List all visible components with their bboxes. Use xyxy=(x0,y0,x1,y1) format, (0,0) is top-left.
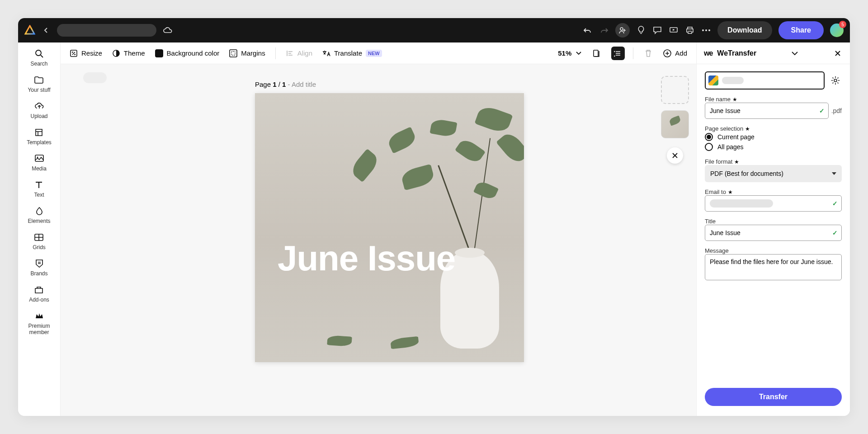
document-toolbar: Resize Theme Background color Margins Al… xyxy=(61,42,696,64)
artwork-leaf xyxy=(474,104,513,135)
chevron-down-icon xyxy=(576,52,581,55)
rail-label: Add-ons xyxy=(29,297,49,303)
page-selection-label: Page selection★ xyxy=(705,125,842,132)
grids-icon xyxy=(34,232,44,242)
user-avatar[interactable] xyxy=(830,24,844,37)
page-thumbnails xyxy=(661,76,689,164)
undo-icon[interactable] xyxy=(583,25,593,35)
close-panel-icon[interactable] xyxy=(833,48,843,58)
rail-premium[interactable]: Premium member xyxy=(18,311,60,336)
canvas-tag-chip[interactable] xyxy=(83,72,107,83)
svg-point-2 xyxy=(702,29,704,31)
translate-icon xyxy=(322,49,330,57)
artwork-leaf xyxy=(496,130,524,165)
download-label: Download xyxy=(727,26,762,34)
artwork-leaf xyxy=(400,164,435,191)
app-frame: Download Share Search Your stuff Upload … xyxy=(18,18,850,416)
rail-elements[interactable]: Elements xyxy=(28,206,50,224)
zoom-control[interactable]: 51% xyxy=(558,49,581,57)
main-area: Search Your stuff Upload Templates Media… xyxy=(18,42,850,416)
plus-circle-icon xyxy=(663,49,671,57)
app-logo[interactable] xyxy=(24,25,35,36)
file-format-select[interactable]: PDF (Best for documents) xyxy=(705,165,842,182)
upload-icon xyxy=(34,101,44,111)
rail-templates[interactable]: Templates xyxy=(27,127,52,146)
media-icon xyxy=(34,154,44,164)
print-icon[interactable] xyxy=(685,25,695,35)
rail-text[interactable]: Text xyxy=(34,180,44,198)
email-to-input[interactable]: ✓ xyxy=(705,195,842,212)
top-bar: Download Share xyxy=(18,18,850,42)
canvas-area[interactable]: Page 1 / 1 - Add title June xyxy=(61,64,696,416)
tb-label: Add xyxy=(675,49,687,57)
share-button[interactable]: Share xyxy=(778,21,824,39)
rail-your-stuff[interactable]: Your stuff xyxy=(28,75,50,93)
rail-upload[interactable]: Upload xyxy=(30,101,47,119)
add-title-hint[interactable]: - Add title xyxy=(286,80,316,88)
layers-toggle[interactable] xyxy=(611,47,625,60)
lightbulb-icon[interactable] xyxy=(636,25,646,35)
file-name-label: File name★ xyxy=(705,96,842,103)
margins-tool[interactable]: Margins xyxy=(229,49,265,57)
pages-view-icon[interactable] xyxy=(590,47,603,60)
rail-brands[interactable]: Brands xyxy=(30,259,47,277)
translate-tool[interactable]: TranslateNEW xyxy=(322,49,382,57)
rail-label: Media xyxy=(32,165,47,172)
rail-grids[interactable]: Grids xyxy=(33,232,46,250)
margins-icon xyxy=(229,49,237,57)
artwork-title-text[interactable]: June Issue xyxy=(278,238,455,279)
align-icon xyxy=(286,49,294,57)
check-icon: ✓ xyxy=(832,229,838,236)
svg-rect-11 xyxy=(230,50,237,57)
present-icon[interactable] xyxy=(669,25,679,35)
page-canvas[interactable]: June Issue xyxy=(255,93,524,362)
rail-label: Search xyxy=(30,61,47,67)
rail-label: Elements xyxy=(28,218,50,224)
invite-user-icon[interactable] xyxy=(615,23,630,38)
more-icon[interactable] xyxy=(701,25,711,35)
panel-footer: Transfer xyxy=(697,382,850,416)
cloud-sync-icon[interactable] xyxy=(163,25,173,35)
page-indicator[interactable]: Page 1 / 1 - Add title xyxy=(255,80,316,88)
delete-page-icon[interactable] xyxy=(642,47,655,60)
header-right-group: Download Share xyxy=(583,21,844,39)
close-thumbs-button[interactable] xyxy=(667,147,683,164)
file-name-input[interactable]: ✓ xyxy=(705,103,829,119)
add-page-button[interactable]: Add xyxy=(663,49,687,57)
rail-media[interactable]: Media xyxy=(32,154,47,172)
svg-rect-13 xyxy=(594,50,598,57)
account-logo xyxy=(708,75,718,85)
rail-addons[interactable]: Add-ons xyxy=(29,285,49,303)
page-thumb-1[interactable] xyxy=(661,110,689,138)
redo-icon[interactable] xyxy=(599,25,609,35)
comment-icon[interactable] xyxy=(652,25,662,35)
resize-tool[interactable]: Resize xyxy=(70,49,102,57)
collapse-panel-icon[interactable] xyxy=(790,49,800,57)
wetransfer-logo: we xyxy=(704,49,712,57)
header-search-input[interactable] xyxy=(57,24,156,37)
toolbar-divider xyxy=(633,47,633,59)
transfer-button[interactable]: Transfer xyxy=(705,388,842,406)
radio-current-page[interactable]: Current page xyxy=(705,132,842,142)
panel-title: WeTransfer xyxy=(717,49,756,57)
download-button[interactable]: Download xyxy=(717,21,772,39)
rail-label: Templates xyxy=(27,139,52,146)
message-input[interactable] xyxy=(705,254,842,280)
account-selector[interactable] xyxy=(705,71,825,90)
rail-label: Your stuff xyxy=(28,87,50,93)
rail-search[interactable]: Search xyxy=(30,49,47,67)
panel-header: we WeTransfer xyxy=(697,42,850,64)
bgcolor-tool[interactable]: Background color xyxy=(155,49,220,57)
check-icon: ✓ xyxy=(832,200,838,207)
tb-label: Margins xyxy=(241,49,265,57)
settings-gear-icon[interactable] xyxy=(829,74,842,87)
resize-icon xyxy=(70,49,78,57)
artwork-leaf xyxy=(390,336,419,349)
radio-all-pages[interactable]: All pages xyxy=(705,142,842,152)
back-button[interactable] xyxy=(40,24,52,37)
left-rail: Search Your stuff Upload Templates Media… xyxy=(18,42,61,416)
artwork-leaf xyxy=(473,179,499,201)
title-input[interactable]: ✓ xyxy=(705,225,842,241)
add-page-thumb[interactable] xyxy=(661,76,689,104)
theme-tool[interactable]: Theme xyxy=(112,49,145,57)
